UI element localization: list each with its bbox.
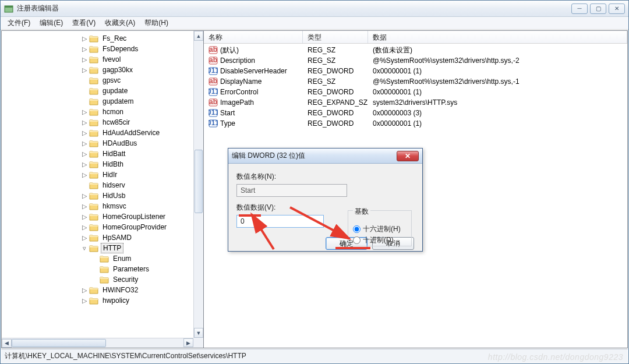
col-data[interactable]: 数据 xyxy=(368,31,627,43)
expander-icon[interactable]: ▷ xyxy=(80,108,89,116)
tree-node[interactable]: ▷Fs_Rec xyxy=(2,33,193,44)
tree-node[interactable]: ▷HpSAMD xyxy=(2,232,193,243)
expander-icon[interactable]: ▷ xyxy=(80,56,89,63)
tree-node[interactable]: ▿HTTP xyxy=(2,243,193,253)
tree-label: HomeGroupListener xyxy=(101,212,167,221)
tree-node[interactable]: ▷FsDepends xyxy=(2,44,193,54)
titlebar[interactable]: 注册表编辑器 ─ ▢ ✕ xyxy=(1,1,628,17)
menu-help[interactable]: 帮助(H) xyxy=(140,17,173,29)
value-data: (数值未设置) xyxy=(368,45,627,55)
tree-node[interactable]: gupdate xyxy=(2,86,193,96)
tree-node[interactable]: ▷HidIr xyxy=(2,169,193,180)
tree-node[interactable]: hidserv xyxy=(2,180,193,190)
close-button[interactable]: ✕ xyxy=(609,3,625,14)
scroll-right-icon[interactable]: ▶ xyxy=(183,338,193,347)
tree-node[interactable]: ▷HdAudAddService xyxy=(2,128,193,138)
folder-icon xyxy=(89,87,98,95)
radio-dec[interactable]: 十进制(D) xyxy=(353,235,407,245)
expander-icon[interactable]: ▷ xyxy=(80,192,89,200)
value-data-field[interactable] xyxy=(236,215,324,228)
value-name: DisableServerHeader xyxy=(220,67,287,75)
folder-icon xyxy=(89,286,98,294)
minimize-button[interactable]: ─ xyxy=(571,3,588,14)
value-data: 0x00000001 (1) xyxy=(368,119,627,128)
tree-node[interactable]: ▷HDAudBus xyxy=(2,138,193,149)
expander-icon[interactable]: ▷ xyxy=(80,297,89,305)
tree-node[interactable]: ▷gagp30kx xyxy=(2,65,193,75)
col-name[interactable]: 名称 xyxy=(204,31,303,43)
folder-icon xyxy=(89,244,98,252)
tree-node[interactable]: ▷hwpolicy xyxy=(2,295,193,306)
tree-node[interactable]: ▷hcmon xyxy=(2,107,193,117)
expander-icon[interactable]: ▷ xyxy=(80,224,89,231)
scroll-up-icon[interactable]: ▲ xyxy=(194,31,203,41)
dialog-close-button[interactable]: ✕ xyxy=(397,151,419,161)
folder-icon xyxy=(89,213,98,221)
menu-view[interactable]: 查看(V) xyxy=(68,17,100,29)
tree-node[interactable]: gupdatem xyxy=(2,96,193,107)
tree-node[interactable]: Enum xyxy=(2,253,193,264)
tree-label: HomeGroupProvider xyxy=(101,222,168,232)
tree-node[interactable]: ▷HidBatt xyxy=(2,149,193,159)
expander-icon[interactable]: ▷ xyxy=(80,161,89,168)
expander-icon[interactable]: ▿ xyxy=(80,245,89,252)
maximize-button[interactable]: ▢ xyxy=(590,3,606,14)
value-data: @%SystemRoot%\system32\drivers\http.sys,… xyxy=(368,56,627,65)
tree-node[interactable]: Security xyxy=(2,274,193,285)
expander-icon[interactable]: ▷ xyxy=(80,119,89,126)
list-row[interactable]: (默认)REG_SZ(数值未设置) xyxy=(204,45,627,55)
list-row[interactable]: TypeREG_DWORD0x00000001 (1) xyxy=(204,118,627,129)
value-type: REG_DWORD xyxy=(303,109,368,117)
expander-icon[interactable]: ▷ xyxy=(80,150,89,158)
value-icon xyxy=(209,66,218,76)
tree-node[interactable]: ▷hkmsvc xyxy=(2,201,193,211)
dialog-titlebar[interactable]: 编辑 DWORD (32 位)值 ✕ xyxy=(228,149,422,164)
folder-icon xyxy=(89,76,98,84)
list-row[interactable]: DisplayNameREG_SZ@%SystemRoot%\system32\… xyxy=(204,76,627,87)
tree-node[interactable]: ▷HomeGroupListener xyxy=(2,211,193,222)
folder-icon xyxy=(89,45,98,53)
value-type: REG_SZ xyxy=(303,46,368,54)
tree-label: gupdatem xyxy=(101,97,135,106)
value-name: Description xyxy=(220,56,255,65)
tree-node[interactable]: ▷HidBth xyxy=(2,159,193,169)
expander-icon[interactable]: ▷ xyxy=(80,66,89,74)
expander-icon[interactable]: ▷ xyxy=(80,45,89,53)
tree-label: Enum xyxy=(111,254,133,263)
expander-icon[interactable]: ▷ xyxy=(80,287,89,294)
radio-hex[interactable]: 十六进制(H) xyxy=(353,224,407,234)
list-row[interactable]: DisableServerHeaderREG_DWORD0x00000001 (… xyxy=(204,66,627,76)
menu-file[interactable]: 文件(F) xyxy=(3,17,35,29)
tree-node[interactable]: ▷HWiNFO32 xyxy=(2,285,193,295)
list-row[interactable]: ImagePathREG_EXPAND_SZsystem32\drivers\H… xyxy=(204,97,627,108)
folder-icon xyxy=(89,118,98,126)
tree-node[interactable]: gpsvc xyxy=(2,75,193,86)
value-icon xyxy=(209,77,218,86)
tree-node[interactable]: Parameters xyxy=(2,264,193,274)
expander-icon[interactable]: ▷ xyxy=(80,213,89,221)
tree-node[interactable]: ▷HidUsb xyxy=(2,190,193,201)
tree-node[interactable]: ▷hcw85cir xyxy=(2,117,193,128)
expander-icon[interactable]: ▷ xyxy=(80,171,89,179)
menu-edit[interactable]: 编辑(E) xyxy=(35,17,68,29)
list-row[interactable]: StartREG_DWORD0x00000003 (3) xyxy=(204,108,627,118)
folder-icon xyxy=(89,160,98,168)
list-row[interactable]: ErrorControlREG_DWORD0x00000001 (1) xyxy=(204,87,627,97)
tree-node[interactable]: ▷fvevol xyxy=(2,54,193,65)
col-type[interactable]: 类型 xyxy=(303,31,368,43)
list-header[interactable]: 名称 类型 数据 xyxy=(204,31,627,44)
expander-icon[interactable]: ▷ xyxy=(80,203,89,210)
tree-label: gagp30kx xyxy=(101,65,135,75)
expander-icon[interactable]: ▷ xyxy=(80,129,89,137)
scroll-down-icon[interactable]: ▼ xyxy=(194,328,203,338)
expander-icon[interactable]: ▷ xyxy=(80,234,89,242)
tree-hscroll[interactable]: ◀ ▶ xyxy=(2,338,193,348)
list-row[interactable]: DescriptionREG_SZ@%SystemRoot%\system32\… xyxy=(204,55,627,66)
scroll-left-icon[interactable]: ◀ xyxy=(2,339,12,348)
tree-vscroll[interactable]: ▲ ▼ xyxy=(193,31,203,338)
tree-label: Parameters xyxy=(111,264,151,274)
menu-fav[interactable]: 收藏夹(A) xyxy=(100,17,140,29)
tree-node[interactable]: ▷HomeGroupProvider xyxy=(2,222,193,232)
expander-icon[interactable]: ▷ xyxy=(80,35,89,43)
expander-icon[interactable]: ▷ xyxy=(80,140,89,147)
